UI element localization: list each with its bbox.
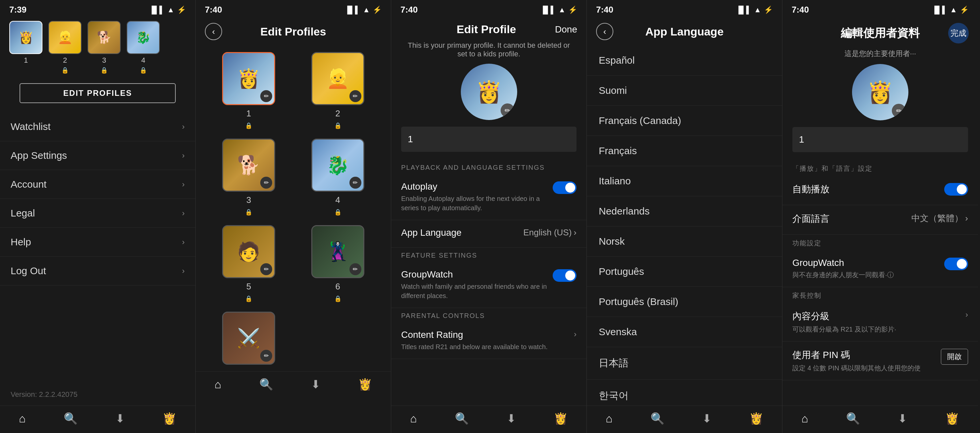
lang-korean[interactable]: 한국어: [587, 380, 782, 406]
groupwatch-toggle-5[interactable]: [944, 258, 968, 270]
lang-norsk[interactable]: Norsk: [587, 226, 782, 256]
pin-action-button-5[interactable]: 開啟: [941, 349, 968, 365]
profile-nav-icon-3[interactable]: 👸: [554, 412, 568, 425]
lang-fr-ca[interactable]: Français (Canada): [587, 106, 782, 136]
autoplay-name-5: 自動播放: [792, 183, 939, 196]
groupwatch-left: GroupWatch Watch with family and persona…: [401, 269, 547, 300]
search-nav-icon[interactable]: 🔍: [64, 412, 78, 425]
battery-icon-3: ⚡: [568, 6, 577, 14]
lang-pt-br[interactable]: Português (Brasil): [587, 287, 782, 317]
lang-japanese[interactable]: 日本語: [587, 347, 782, 380]
lang-fr[interactable]: Français: [587, 136, 782, 166]
signal-icon-4: ▐▌▌: [736, 6, 751, 14]
search-nav-icon-5[interactable]: 🔍: [846, 412, 860, 425]
name-input-5[interactable]: [792, 127, 968, 152]
content-rating-row[interactable]: Content Rating Titles rated R21 and belo…: [391, 322, 587, 359]
done-button-3[interactable]: Done: [555, 24, 577, 35]
avatar-4[interactable]: 🐉: [127, 21, 160, 54]
avatar-3[interactable]: 🐕: [88, 21, 121, 54]
status-bar-4: 7:40 ▐▌▌ ▲ ⚡: [587, 0, 782, 18]
home-nav-icon-4[interactable]: ⌂: [606, 412, 612, 425]
profile-edit-3[interactable]: 🐕 ✏ 3 🔒: [209, 138, 289, 216]
lang-nl[interactable]: Nederlands: [587, 196, 782, 226]
profile-edit-avatar-4[interactable]: 🐉 ✏: [311, 138, 364, 192]
search-nav-icon-2[interactable]: 🔍: [259, 377, 273, 391]
avatar-1[interactable]: 👸: [9, 21, 43, 54]
profile-edit-avatar-2[interactable]: 👱 ✏: [311, 52, 364, 105]
avatar-2[interactable]: 👱: [48, 21, 81, 54]
menu-item-help[interactable]: Help ›: [0, 228, 195, 256]
content-rating-desc: Titles rated R21 and below are available…: [401, 342, 574, 352]
profile-edit-6[interactable]: 🦹 ✏ 6 🔒: [298, 225, 378, 302]
lock-2-2: 🔒: [334, 122, 342, 129]
app-language-row-5[interactable]: 介面語言 中文（繁體） ›: [783, 205, 978, 235]
chevron-language: ›: [574, 228, 576, 238]
bottom-nav-2: ⌂ 🔍 ⬇ 👸: [196, 371, 391, 399]
profile-edit-num-6: 6: [336, 282, 340, 292]
big-avatar-5[interactable]: 👸 ✏: [852, 64, 908, 120]
status-icons-2: ▐▌▌ ▲ ⚡: [344, 6, 382, 14]
app-language-row[interactable]: App Language English (US) ›: [391, 220, 587, 248]
profile-nav-icon-5[interactable]: 👸: [945, 412, 959, 425]
profile-edit-avatar-3[interactable]: 🐕 ✏: [222, 138, 275, 192]
profile-avatar-3[interactable]: 🐕 3 🔒: [88, 21, 121, 74]
status-bar-1: 7:39 ▐▌▌ ▲ ⚡: [0, 0, 195, 18]
download-nav-icon[interactable]: ⬇: [115, 412, 125, 425]
big-avatar-3[interactable]: 👸 ✏: [461, 64, 517, 120]
home-nav-icon-2[interactable]: ⌂: [215, 378, 221, 391]
search-nav-icon-3[interactable]: 🔍: [455, 412, 469, 425]
edit-overlay-7: ✏: [260, 350, 272, 362]
done-button-5[interactable]: 完成: [948, 23, 969, 43]
groupwatch-name: GroupWatch: [401, 269, 547, 280]
profile-edit-avatar-1[interactable]: 👸 ✏: [222, 52, 275, 105]
profile-nav-icon-2[interactable]: 👸: [358, 377, 372, 391]
lang-suomi[interactable]: Suomi: [587, 76, 782, 106]
lang-espanol[interactable]: Español: [587, 45, 782, 76]
lang-pt[interactable]: Português: [587, 256, 782, 287]
menu-item-legal[interactable]: Legal ›: [0, 199, 195, 228]
profile-edit-avatar-7[interactable]: ⚔️ ✏: [222, 312, 275, 365]
download-nav-icon-5[interactable]: ⬇: [898, 412, 907, 425]
profile-edit-avatar-5[interactable]: 🧑 ✏: [222, 225, 275, 278]
panel-edit-profile-zh: 7:40 ▐▌▌ ▲ ⚡ 編輯使用者資料 完成 這是您的主要使用者··· 👸 ✏…: [783, 0, 978, 433]
download-nav-icon-2[interactable]: ⬇: [311, 377, 320, 391]
home-nav-icon-3[interactable]: ⌂: [410, 412, 417, 425]
profile-subtitle-5: 這是您的主要使用者···: [783, 49, 978, 64]
back-button-4[interactable]: ‹: [596, 23, 613, 40]
profile-edit-7[interactable]: ⚔️ ✏: [209, 312, 289, 365]
lock-2-5: 🔒: [245, 295, 252, 302]
profile-avatar-1[interactable]: 👸 1: [9, 21, 43, 74]
lang-svenska[interactable]: Svenska: [587, 317, 782, 347]
download-nav-icon-3[interactable]: ⬇: [507, 412, 516, 425]
home-nav-icon-5[interactable]: ⌂: [801, 412, 808, 425]
back-button-2[interactable]: ‹: [205, 23, 222, 40]
autoplay-toggle[interactable]: [553, 181, 576, 194]
profile-edit-2[interactable]: 👱 ✏ 2 🔒: [298, 52, 378, 129]
download-nav-icon-4[interactable]: ⬇: [702, 412, 711, 425]
profile-avatar-4[interactable]: 🐉 4 🔒: [127, 21, 160, 74]
menu-item-logout[interactable]: Log Out ›: [0, 256, 195, 285]
panel5-settings: 「播放」和「語言」設定 自動播放 介面語言 中文（繁體） › 功能設定 Grou…: [783, 160, 978, 406]
name-input-3[interactable]: [401, 127, 576, 152]
profile-nav-icon-4[interactable]: 👸: [749, 412, 763, 425]
lock-2-1: 🔒: [245, 122, 252, 129]
profile-edit-1[interactable]: 👸 ✏ 1 🔒: [209, 52, 289, 129]
profile-edit-avatar-6[interactable]: 🦹 ✏: [311, 225, 364, 278]
edit-profiles-button[interactable]: EDIT PROFILES: [19, 83, 176, 103]
content-rating-row-5[interactable]: 內容分級 可以觀看分級為 R21 及以下的影片· ›: [783, 303, 978, 342]
groupwatch-toggle[interactable]: [553, 269, 576, 282]
lang-italiano[interactable]: Italiano: [587, 166, 782, 196]
chevron-language-5: ›: [965, 213, 968, 223]
search-nav-icon-4[interactable]: 🔍: [651, 412, 664, 425]
home-nav-icon[interactable]: ⌂: [19, 412, 26, 425]
feature-section-label-5: 功能設定: [783, 235, 978, 250]
menu-item-account[interactable]: Account ›: [0, 170, 195, 199]
pin-name-5: 使用者 PIN 碼: [792, 349, 941, 361]
profile-edit-4[interactable]: 🐉 ✏ 4 🔒: [298, 138, 378, 216]
profile-edit-5[interactable]: 🧑 ✏ 5 🔒: [209, 225, 289, 302]
profile-nav-icon[interactable]: 👸: [162, 412, 177, 425]
profile-avatar-2[interactable]: 👱 2 🔒: [48, 21, 81, 74]
menu-item-appsettings[interactable]: App Settings ›: [0, 141, 195, 170]
menu-item-watchlist[interactable]: Watchlist ›: [0, 112, 195, 141]
autoplay-toggle-5[interactable]: [944, 183, 968, 196]
